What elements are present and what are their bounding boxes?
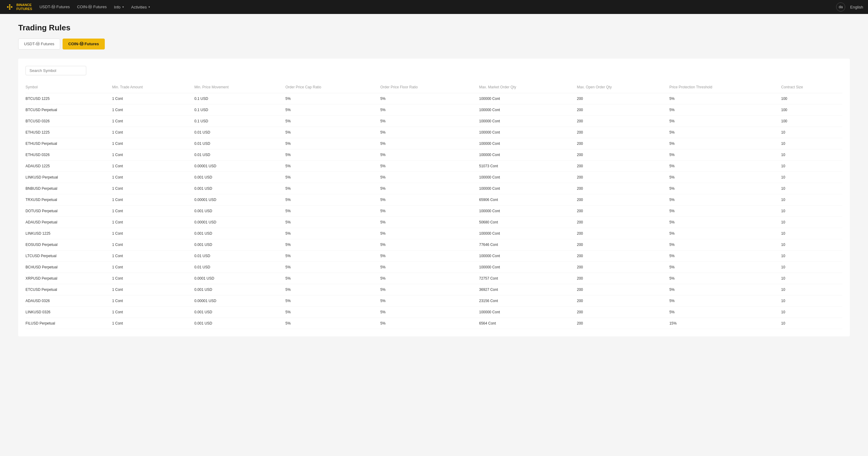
cell-price-floor: 5% <box>380 284 479 295</box>
cell-max-open: 200 <box>577 205 670 217</box>
nav-activities[interactable]: Activities ▾ <box>131 5 150 9</box>
cell-max-market: 36927 Cont <box>479 284 577 295</box>
cell-price-cap: 5% <box>285 318 380 329</box>
logo[interactable]: BINANCE FUTURES <box>5 2 32 12</box>
tab-coin-futures[interactable]: COIN-Ⓜ Futures <box>63 38 105 50</box>
cell-min-trade: 1 Cont <box>112 138 194 150</box>
cell-max-market: 100000 Cont <box>479 104 577 116</box>
cell-price-floor: 5% <box>380 183 479 194</box>
cell-min-trade: 1 Cont <box>112 228 194 239</box>
cell-symbol: DOTUSD Perpetual <box>26 205 112 217</box>
nav-usdt-futures[interactable]: USDT-Ⓜ Futures <box>39 4 70 10</box>
cell-price-cap: 5% <box>285 194 380 205</box>
table-row: LINKUSD 12251 Cont0.001 USD5%5%100000 Co… <box>26 228 842 239</box>
cell-symbol: LINKUSD Perpetual <box>26 172 112 183</box>
cell-contract-size: 10 <box>781 172 842 183</box>
cell-contract-size: 10 <box>781 318 842 329</box>
cell-symbol: BTCUSD 1225 <box>26 93 112 104</box>
cell-min-trade: 1 Cont <box>112 172 194 183</box>
cell-max-market: 100000 Cont <box>479 306 577 318</box>
col-ppt: Price Protection Threshold <box>670 83 781 93</box>
avatar[interactable]: da <box>836 2 845 11</box>
trading-rules-table: Symbol Min. Trade Amount Min. Price Move… <box>26 83 842 329</box>
cell-price-floor: 5% <box>380 93 479 104</box>
cell-max-open: 200 <box>577 150 670 161</box>
cell-max-market: 100000 Cont <box>479 251 577 262</box>
cell-ppt: 5% <box>670 228 781 239</box>
tab-usdt-futures[interactable]: USDT-Ⓜ Futures <box>18 38 60 50</box>
col-max-market: Max. Market Order Qty <box>479 83 577 93</box>
cell-contract-size: 10 <box>781 205 842 217</box>
cell-price-cap: 5% <box>285 262 380 273</box>
search-input[interactable] <box>26 66 86 75</box>
cell-price-cap: 5% <box>285 183 380 194</box>
cell-min-trade: 1 Cont <box>112 306 194 318</box>
cell-price-cap: 5% <box>285 161 380 172</box>
cell-ppt: 5% <box>670 284 781 295</box>
col-contract-size: Contract Size <box>781 83 842 93</box>
info-dropdown-icon: ▾ <box>122 5 124 8</box>
cell-max-market: 100000 Cont <box>479 205 577 217</box>
cell-price-floor: 5% <box>380 205 479 217</box>
cell-price-cap: 5% <box>285 239 380 251</box>
cell-min-price: 0.00001 USD <box>194 217 285 228</box>
nav-info[interactable]: Info ▾ <box>114 5 124 9</box>
cell-min-trade: 1 Cont <box>112 217 194 228</box>
cell-max-open: 200 <box>577 127 670 138</box>
cell-max-market: 23156 Cont <box>479 295 577 306</box>
table-row: ETCUSD Perpetual1 Cont0.001 USD5%5%36927… <box>26 284 842 295</box>
cell-min-trade: 1 Cont <box>112 127 194 138</box>
nav-right: da English <box>836 2 863 11</box>
cell-price-floor: 5% <box>380 239 479 251</box>
cell-min-trade: 1 Cont <box>112 161 194 172</box>
cell-max-market: 100000 Cont <box>479 172 577 183</box>
cell-contract-size: 100 <box>781 93 842 104</box>
cell-price-floor: 5% <box>380 161 479 172</box>
cell-price-cap: 5% <box>285 306 380 318</box>
cell-price-floor: 5% <box>380 127 479 138</box>
cell-symbol: EOSUSD Perpetual <box>26 239 112 251</box>
cell-symbol: ADAUSD 0326 <box>26 295 112 306</box>
cell-min-price: 0.001 USD <box>194 228 285 239</box>
table-row: TRXUSD Perpetual1 Cont0.00001 USD5%5%659… <box>26 194 842 205</box>
table-body: BTCUSD 12251 Cont0.1 USD5%5%100000 Cont2… <box>26 93 842 329</box>
cell-contract-size: 10 <box>781 194 842 205</box>
cell-min-trade: 1 Cont <box>112 284 194 295</box>
nav-coin-futures[interactable]: COIN-Ⓜ Futures <box>77 4 107 10</box>
cell-min-price: 0.01 USD <box>194 251 285 262</box>
cell-contract-size: 10 <box>781 295 842 306</box>
cell-symbol: LINKUSD 0326 <box>26 306 112 318</box>
cell-min-price: 0.01 USD <box>194 150 285 161</box>
table-row: BCHUSD Perpetual1 Cont0.01 USD5%5%100000… <box>26 262 842 273</box>
table-row: ADAUSD 12251 Cont0.00001 USD5%5%51073 Co… <box>26 161 842 172</box>
table-header: Symbol Min. Trade Amount Min. Price Move… <box>26 83 842 93</box>
cell-price-floor: 5% <box>380 318 479 329</box>
cell-max-open: 200 <box>577 251 670 262</box>
activities-dropdown-icon: ▾ <box>149 5 150 8</box>
cell-max-market: 100000 Cont <box>479 138 577 150</box>
language-button[interactable]: English <box>850 5 863 9</box>
cell-max-market: 51073 Cont <box>479 161 577 172</box>
cell-symbol: LTCUSD Perpetual <box>26 251 112 262</box>
cell-max-open: 200 <box>577 183 670 194</box>
cell-min-price: 0.001 USD <box>194 318 285 329</box>
table-row: BNBUSD Perpetual1 Cont0.001 USD5%5%10000… <box>26 183 842 194</box>
cell-price-floor: 5% <box>380 150 479 161</box>
cell-max-open: 200 <box>577 138 670 150</box>
cell-min-trade: 1 Cont <box>112 251 194 262</box>
cell-price-floor: 5% <box>380 306 479 318</box>
cell-max-market: 6564 Cont <box>479 318 577 329</box>
cell-min-trade: 1 Cont <box>112 104 194 116</box>
cell-min-price: 0.01 USD <box>194 127 285 138</box>
cell-max-market: 100000 Cont <box>479 93 577 104</box>
cell-price-floor: 5% <box>380 217 479 228</box>
table-row: LINKUSD 03261 Cont0.001 USD5%5%100000 Co… <box>26 306 842 318</box>
cell-min-trade: 1 Cont <box>112 150 194 161</box>
cell-price-cap: 5% <box>285 138 380 150</box>
cell-price-floor: 5% <box>380 262 479 273</box>
cell-contract-size: 10 <box>781 150 842 161</box>
cell-symbol: BTCUSD 0326 <box>26 116 112 127</box>
cell-max-open: 200 <box>577 262 670 273</box>
cell-max-market: 100000 Cont <box>479 150 577 161</box>
cell-contract-size: 10 <box>781 138 842 150</box>
